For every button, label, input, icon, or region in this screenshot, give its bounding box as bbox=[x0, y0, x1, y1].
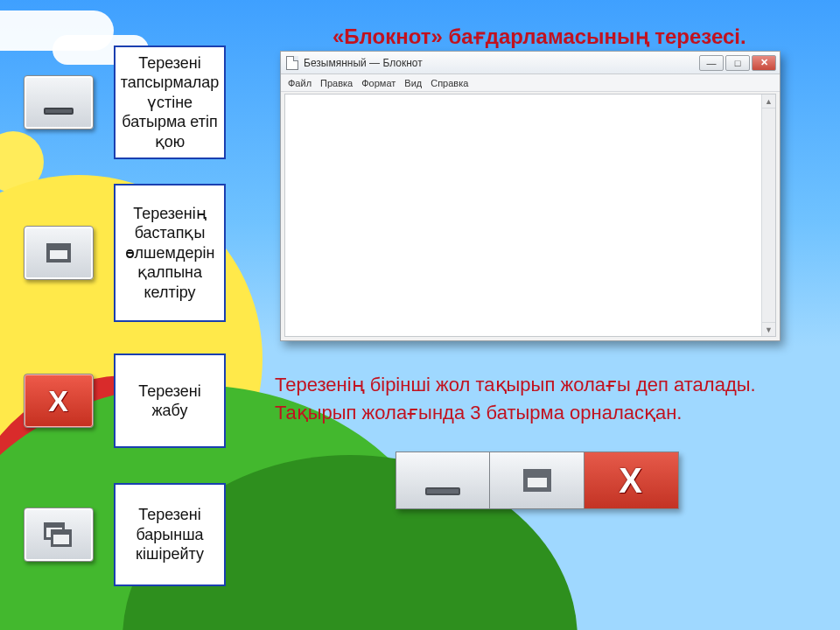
icon-wrap bbox=[19, 75, 98, 130]
window-minimize-button[interactable]: — bbox=[699, 55, 724, 71]
slide-stage: Терезені тапсырмалар үстіне батырма етіп… bbox=[0, 0, 840, 630]
menu-item[interactable]: Вид bbox=[404, 78, 422, 88]
minimize-icon bbox=[24, 75, 94, 130]
notepad-text-area[interactable]: ▲ ▼ bbox=[284, 94, 776, 337]
vertical-scrollbar[interactable]: ▲ ▼ bbox=[761, 94, 775, 336]
scroll-up-icon[interactable]: ▲ bbox=[762, 94, 775, 108]
trio-close-icon: X bbox=[584, 452, 679, 509]
caption-line: Терезенің бірінші жол тақырып жолағы деп… bbox=[275, 371, 782, 399]
legend-row-close: X Терезені жабу bbox=[19, 354, 226, 448]
caption-line: Тақырып жолағында 3 батырма орналасқан. bbox=[275, 399, 782, 427]
legend-label: Терезені тапсырмалар үстіне батырма етіп… bbox=[114, 46, 226, 159]
slide-title: «Блокнот» бағдарламасының терезесі. bbox=[332, 24, 746, 49]
notepad-title-text: Безымянный — Блокнот bbox=[304, 57, 423, 69]
icon-wrap bbox=[19, 226, 98, 280]
menu-item[interactable]: Правка bbox=[320, 78, 353, 88]
legend-label: Терезені барынша кішірейту bbox=[114, 483, 226, 586]
document-icon bbox=[286, 56, 298, 70]
notepad-window: Безымянный — Блокнот — □ ✕ Файл Правка Ф… bbox=[280, 51, 780, 341]
icon-wrap: X bbox=[19, 374, 98, 428]
menu-item[interactable]: Справка bbox=[430, 78, 468, 88]
notepad-titlebar: Безымянный — Блокнот — □ ✕ bbox=[281, 52, 780, 74]
scroll-down-icon[interactable]: ▼ bbox=[762, 322, 775, 336]
trio-minimize-icon bbox=[396, 452, 490, 509]
cascade-icon bbox=[24, 508, 94, 562]
window-buttons-trio: X bbox=[396, 452, 679, 509]
maximize-icon bbox=[24, 226, 94, 280]
legend-label: Терезені жабу bbox=[114, 354, 226, 448]
menu-item[interactable]: Формат bbox=[361, 78, 396, 88]
legend-row-minimize: Терезені тапсырмалар үстіне батырма етіп… bbox=[19, 46, 226, 159]
legend-row-maximize: Терезенің бастапқы өлшемдерін қалпына ке… bbox=[19, 184, 226, 322]
window-close-button[interactable]: ✕ bbox=[752, 55, 776, 71]
trio-maximize-icon bbox=[490, 452, 584, 509]
window-maximize-button[interactable]: □ bbox=[725, 55, 750, 71]
notepad-menubar: Файл Правка Формат Вид Справка bbox=[281, 74, 780, 92]
close-icon: X bbox=[24, 374, 94, 428]
caption-text: Терезенің бірінші жол тақырып жолағы деп… bbox=[275, 371, 782, 427]
window-control-group: — □ ✕ bbox=[699, 55, 776, 71]
legend-row-cascade: Терезені барынша кішірейту bbox=[19, 483, 226, 586]
legend-label: Терезенің бастапқы өлшемдерін қалпына ке… bbox=[114, 184, 226, 322]
icon-wrap bbox=[19, 508, 98, 562]
menu-item[interactable]: Файл bbox=[288, 78, 312, 88]
